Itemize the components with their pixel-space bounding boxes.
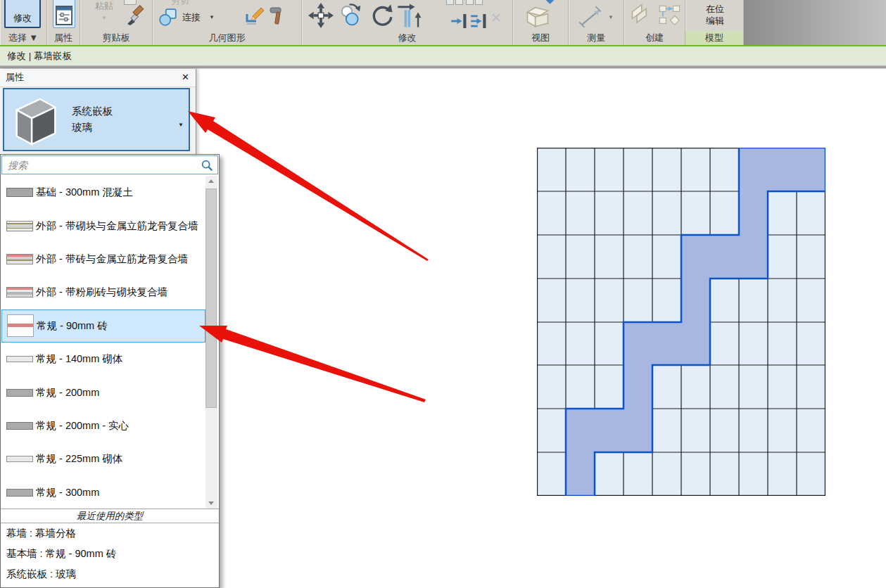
type-list-item[interactable]: 基础 - 300mm 混凝土 — [1, 176, 205, 209]
hammer-icon[interactable] — [267, 4, 288, 27]
properties-palette-title: 属性 — [6, 72, 24, 82]
wall-type-swatch — [6, 188, 33, 197]
ribbon-panel-properties: 属性 — [47, 0, 80, 45]
geometry-panel-label: 几何图形 — [153, 31, 301, 45]
cut-geometry-button[interactable]: 剪切 — [171, 0, 189, 7]
ribbon-empty-area — [744, 0, 886, 45]
curtain-wall-grid[interactable] — [537, 148, 825, 496]
search-box[interactable] — [1, 155, 218, 174]
ribbon-panel-measure: ▼ 测量 — [569, 0, 624, 45]
type-list-item[interactable]: 常规 - 200mm - 实心 — [1, 409, 205, 442]
clipped-copy-icon[interactable] — [124, 0, 137, 5]
recent-type-item[interactable]: 基本墙 : 常规 - 90mm 砖 — [1, 544, 219, 564]
scroll-down-button[interactable] — [205, 497, 217, 509]
join-dropdown-caret[interactable]: ▼ — [209, 14, 215, 20]
type-selector-dropdown-caret[interactable]: ▼ — [178, 122, 184, 128]
wall-type-swatch — [6, 254, 33, 264]
modify-mode-button-label: 修改 — [13, 12, 32, 25]
align-multiple-icon[interactable] — [470, 13, 488, 30]
wall-type-swatch — [6, 456, 33, 462]
ribbon-panel-clipboard: 粘贴 ▼ 剪贴板 — [80, 0, 153, 45]
measure-panel-label: 测量 — [569, 31, 624, 45]
clipboard-panel-label: 剪贴板 — [80, 31, 152, 45]
wall-split-pencil-icon[interactable] — [244, 4, 265, 27]
match-type-brush-icon[interactable] — [125, 4, 146, 27]
type-selector[interactable]: 系统嵌板 玻璃 ▼ — [3, 88, 190, 151]
edit-in-place-line1: 在位 — [706, 3, 724, 15]
mode-bar-text: 修改 | 幕墙嵌板 — [7, 51, 72, 61]
recent-type-item[interactable]: 系统嵌板 : 玻璃 — [1, 564, 219, 584]
measure-dropdown-caret[interactable]: ▼ — [608, 14, 614, 20]
properties-panel-label: 属性 — [47, 31, 80, 45]
copy-icon[interactable] — [338, 2, 364, 27]
paste-button-label: 粘贴 — [95, 1, 113, 11]
create-parts-icon[interactable] — [658, 4, 682, 27]
paste-dropdown-caret: ▼ — [89, 15, 120, 21]
create-group-icon[interactable] — [628, 1, 659, 28]
type-list-item[interactable]: 外部 - 带砌块与金属立筋龙骨复合墙 — [1, 209, 205, 242]
rotate-icon[interactable] — [369, 2, 395, 29]
type-family-label: 系统嵌板 — [72, 105, 113, 118]
search-icon — [201, 159, 213, 172]
scrollbar[interactable] — [205, 176, 217, 509]
ribbon-panel-select: 修改 选择 ▼ — [0, 0, 47, 45]
modify-panel-label: 修改 — [302, 31, 512, 45]
wall-type-swatch — [6, 489, 33, 497]
ribbon: 修改 选择 ▼ 属性 粘贴 ▼ — [0, 0, 886, 45]
type-list-item[interactable]: 外部 - 带砖与金属立筋龙骨复合墙 — [1, 243, 205, 276]
properties-icon — [56, 6, 72, 25]
ribbon-panel-geometry: 剪切 连接 ▼ 几何图形 — [153, 0, 302, 45]
align-icon[interactable] — [395, 1, 425, 30]
join-button-label[interactable]: 连接 — [182, 11, 201, 24]
close-icon[interactable]: ✕ — [182, 69, 189, 86]
align-end-icon[interactable] — [450, 13, 469, 30]
clipped-mirror-icon[interactable] — [446, 0, 463, 5]
properties-toggle-button[interactable] — [53, 0, 75, 28]
ribbon-panel-view: 视图 — [513, 0, 569, 45]
clipped-diamond-icon — [545, 0, 555, 4]
ribbon-panel-create: 创建 — [624, 0, 685, 45]
wall-type-swatch — [6, 287, 33, 298]
join-geometry-icon[interactable] — [158, 7, 178, 27]
select-panel-label[interactable]: 选择 ▼ — [0, 31, 46, 45]
wall-type-swatch — [6, 389, 33, 397]
recent-types-list: 幕墙 : 幕墙分格 基本墙 : 常规 - 90mm 砖 系统嵌板 : 玻璃 — [1, 523, 219, 584]
modify-mode-button[interactable]: 修改 — [4, 0, 41, 28]
move-icon[interactable] — [308, 3, 334, 28]
wall-type-swatch — [6, 422, 33, 430]
type-list-item-selected[interactable]: 常规 - 90mm 砖 — [1, 309, 205, 343]
measure-icon[interactable] — [578, 6, 604, 28]
view-panel-label: 视图 — [513, 31, 568, 45]
type-list: 基础 - 300mm 混凝土 外部 - 带砌块与金属立筋龙骨复合墙 外部 - 带… — [1, 176, 205, 509]
type-list-item[interactable]: 常规 - 300mm — [1, 476, 205, 509]
view-box-icon[interactable] — [524, 4, 551, 28]
type-list-item[interactable]: 常规 - 225mm 砌体 — [1, 442, 205, 475]
type-list-item[interactable]: 外部 - 带粉刷砖与砌块复合墙 — [1, 276, 205, 309]
type-name-label: 玻璃 — [72, 121, 92, 134]
model-panel-label: 模型 — [685, 31, 743, 45]
paste-button[interactable]: 粘贴 ▼ — [89, 0, 120, 21]
mode-bar: 修改 | 幕墙嵌板 — [0, 45, 886, 65]
recent-type-item[interactable]: 幕墙 : 幕墙分格 — [1, 523, 219, 544]
search-input[interactable] — [6, 159, 201, 172]
edit-in-place-button[interactable]: 在位 编辑 — [697, 0, 733, 31]
ribbon-panel-modify: ✕ 修改 — [302, 0, 513, 45]
ribbon-panel-model: 在位 编辑 模型 — [685, 0, 744, 45]
recent-types-header: 最近使用的类型 — [1, 509, 219, 523]
scroll-up-button[interactable] — [205, 176, 217, 187]
wall-type-swatch — [6, 356, 33, 362]
scrollbar-thumb[interactable] — [205, 188, 217, 408]
edit-in-place-line2: 编辑 — [706, 15, 724, 27]
delete-icon[interactable]: ✕ — [491, 10, 502, 26]
properties-palette-titlebar: 属性 ✕ — [0, 69, 196, 87]
type-list-item[interactable]: 常规 - 200mm — [1, 376, 205, 409]
wall-type-swatch — [6, 221, 33, 231]
wall-type-swatch — [7, 314, 34, 337]
revit-window: 修改 选择 ▼ 属性 粘贴 ▼ — [0, 0, 886, 588]
type-selector-dropdown: 基础 - 300mm 混凝土 外部 - 带砌块与金属立筋龙骨复合墙 外部 - 带… — [0, 154, 220, 588]
create-panel-label: 创建 — [624, 31, 685, 45]
type-list-item[interactable]: 常规 - 140mm 砌体 — [1, 343, 205, 376]
clipped-array-icon[interactable] — [466, 0, 483, 5]
panel-type-thumbnail-icon — [8, 92, 63, 150]
